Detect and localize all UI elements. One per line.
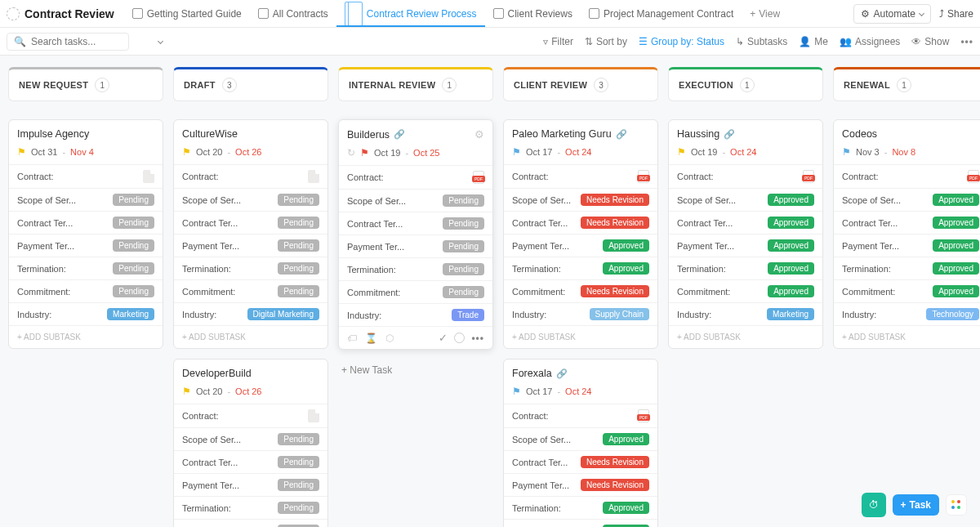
status-pill[interactable]: Pending [113,194,154,206]
card-forexala[interactable]: Forexala🔗 ⚑Oct 17-Oct 24 Contract: Scope… [503,359,658,527]
tab-all-contracts[interactable]: All Contracts [250,8,336,20]
status-pill[interactable]: Pending [113,217,154,229]
column-header[interactable]: INTERNAL REVIEW 1 [338,67,493,101]
list-icon [258,8,269,19]
column-count: 3 [594,78,608,92]
timer-fab[interactable]: ⏱ [862,493,886,517]
chevron-down-icon[interactable] [158,38,163,44]
card-builderus[interactable]: Builderus🔗⚙ ↻⚑Oct 19-Oct 25 Contract: Sc… [338,119,493,350]
industry-pill[interactable]: Marketing [107,308,154,320]
view-tabs: Getting Started Guide All Contracts Cont… [124,2,788,26]
link-icon: 🔗 [616,129,627,140]
column-count: 3 [222,78,237,92]
person-icon: 👤 [799,36,811,47]
add-subtask-button[interactable]: + ADD SUBTASK [834,325,980,348]
eye-icon: 👁 [911,36,921,47]
card-codeos[interactable]: Codeos ⚑Nov 3-Nov 8 Contract: Scope of S… [833,119,980,349]
tab-project-mgmt-contract[interactable]: Project Management Contract [581,8,742,20]
column-internal-review: INTERNAL REVIEW 1 Builderus🔗⚙ ↻⚑Oct 19-O… [338,67,493,381]
assignees-button[interactable]: 👥Assignees [840,36,900,47]
add-subtask-button[interactable]: + ADD SUBTASK [174,325,327,348]
search-wrap[interactable]: 🔍 [7,33,129,51]
column-new-request: NEW REQUEST 1 Impulse Agency ⚑Oct 31-Nov… [8,67,163,359]
automate-button[interactable]: ⚙Automate [853,4,931,24]
tab-contract-review-process[interactable]: Contract Review Process [336,2,485,26]
groupby-button[interactable]: ☰Group by: Status [639,36,724,47]
hourglass-icon[interactable]: ⌛ [365,333,377,344]
doc-icon [132,8,143,19]
status-pill[interactable]: Pending [113,262,154,275]
add-subtask-button[interactable]: + ADD SUBTASK [9,325,163,348]
check-icon[interactable]: ✓ [439,332,448,344]
tag-icon[interactable]: 🏷 [347,333,357,344]
sprint-icon[interactable]: ⬡ [385,333,394,344]
column-header[interactable]: RENEWAL 1 [833,67,980,101]
card-culturewise[interactable]: CultureWise ⚑Oct 20-Oct 26 Contract: Sco… [173,119,328,349]
filter-button[interactable]: ▿Filter [543,36,573,47]
column-header[interactable]: NEW REQUEST 1 [8,67,163,101]
card-developerbuild[interactable]: DeveloperBuild ⚑Oct 20-Oct 26 Contract: … [173,359,328,527]
column-renewal: RENEWAL 1 Codeos ⚑Nov 3-Nov 8 Contract: … [833,67,980,359]
search-icon: 🔍 [14,36,26,47]
flag-icon: ⚑ [677,146,686,158]
filter-icon: ▿ [543,36,548,47]
add-view-button[interactable]: +View [742,8,788,20]
column-header[interactable]: EXECUTION 1 [668,67,823,101]
tab-client-reviews[interactable]: Client Reviews [485,8,581,20]
flag-icon: ⚑ [842,146,851,158]
subtasks-button[interactable]: ↳Subtasks [736,36,787,47]
document-icon[interactable] [308,409,319,422]
top-bar: Contract Review Getting Started Guide Al… [0,0,980,28]
stopwatch-icon: ⏱ [869,499,879,511]
column-execution: EXECUTION 1 Haussing🔗 ⚑Oct 19-Oct 24 Con… [668,67,823,359]
link-icon: 🔗 [394,129,405,140]
card-footer: 🏷 ⌛ ⬡ ✓ ••• [339,326,492,349]
column-count: 1 [740,78,755,92]
pdf-icon[interactable] [638,409,649,422]
share-icon: ⤴ [939,8,944,20]
gear-icon[interactable]: ⚙ [474,128,484,141]
column-header[interactable]: DRAFT 3 [173,67,328,101]
fab-bar: ⏱ +Task [862,493,967,517]
card-impulse-agency[interactable]: Impulse Agency ⚑Oct 31-Nov 4 Contract: S… [8,119,163,349]
add-subtask-button[interactable]: + ADD SUBTASK [504,325,657,348]
column-draft: DRAFT 3 CultureWise ⚑Oct 20-Oct 26 Contr… [173,67,328,527]
share-button[interactable]: ⤴Share [939,8,973,20]
document-icon[interactable] [308,170,319,183]
new-task-fab[interactable]: +Task [893,494,939,516]
status-pill[interactable]: Pending [113,285,154,297]
sortby-button[interactable]: ⇅Sort by [585,36,627,47]
column-header[interactable]: CLIENT REVIEW 3 [503,67,658,101]
group-icon: ☰ [639,36,648,47]
plus-icon: + [901,499,906,511]
sort-icon: ⇅ [585,36,593,47]
recur-icon: ↻ [347,147,355,159]
status-pill[interactable]: Pending [113,239,154,252]
document-icon[interactable] [143,170,154,183]
more-button[interactable]: ••• [960,36,973,47]
pdf-icon[interactable] [968,170,979,183]
pdf-icon[interactable] [638,170,649,183]
board-icon [345,2,363,26]
tab-getting-started[interactable]: Getting Started Guide [124,8,250,20]
doc-icon [589,8,599,19]
me-button[interactable]: 👤Me [799,36,828,47]
page-title: Contract Review [24,7,114,20]
pdf-icon[interactable] [803,170,814,183]
apps-fab[interactable] [946,494,967,516]
flag-icon: ⚑ [512,146,521,158]
show-button[interactable]: 👁Show [911,36,949,47]
flag-icon: ⚑ [360,147,369,159]
new-task-button[interactable]: + New Task [338,360,493,381]
card-haussing[interactable]: Haussing🔗 ⚑Oct 19-Oct 24 Contract: Scope… [668,119,823,349]
add-subtask-button[interactable]: + ADD SUBTASK [669,325,822,348]
flag-icon: ⚑ [182,146,191,158]
assignee-empty-icon[interactable] [454,333,465,343]
card-paleo[interactable]: Paleo Marketing Guru🔗 ⚑Oct 17-Oct 24 Con… [503,119,658,349]
search-input[interactable] [31,36,154,47]
flag-icon: ⚑ [182,386,191,397]
pdf-icon[interactable] [473,171,484,184]
more-icon[interactable]: ••• [471,333,484,344]
plus-icon: + [750,8,755,20]
kanban-board: NEW REQUEST 1 Impulse Agency ⚑Oct 31-Nov… [0,56,980,527]
